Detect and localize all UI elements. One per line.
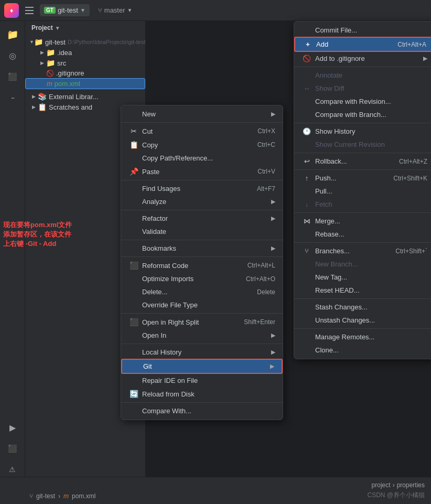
sidebar-item-run[interactable]: ▶ (3, 418, 22, 437)
menu-item-refactor[interactable]: Refactor ▶ (121, 212, 283, 225)
git-item-compare-branch[interactable]: Compare with Branch... (294, 108, 431, 121)
git-item-rollback[interactable]: ↩ Rollback... Ctrl+Alt+Z (294, 155, 431, 168)
git-submenu: Commit File... + Add Ctrl+Alt+A 🚫 Add to… (294, 21, 431, 359)
git-item-merge[interactable]: ⋈ Merge... (294, 215, 431, 228)
breadcrumb-project: project (372, 481, 391, 489)
tree-item-src[interactable]: ▶ 📁 src (25, 58, 145, 68)
menu-item-repair-ide[interactable]: Repair IDE on File (121, 374, 283, 387)
git-item-label: Reset HEAD... (315, 286, 427, 294)
bottom-maven-icon: m (63, 492, 69, 500)
sidebar-item-structure[interactable]: ⬛ (3, 67, 22, 86)
menu-item-git[interactable]: Git ▶ (121, 359, 283, 374)
menu-item-optimize[interactable]: Optimize Imports Ctrl+Alt+O (121, 272, 283, 285)
git-item-reset-head[interactable]: Reset HEAD... (294, 284, 431, 297)
expand-arrow-icon: ▶ (38, 48, 46, 57)
menu-item-open-in[interactable]: Open In ▶ (121, 329, 283, 342)
git-item-show-history[interactable]: 🕐 Show History (294, 125, 431, 138)
menu-item-compare-with[interactable]: Compare With... (121, 404, 283, 417)
menu-item-open-right-split[interactable]: ⬛ Open in Right Split Shift+Enter (121, 315, 283, 329)
menu-item-validate[interactable]: Validate (121, 225, 283, 238)
hamburger-menu-button[interactable] (23, 4, 36, 17)
menu-item-analyze[interactable]: Analyze ▶ (121, 195, 283, 208)
git-item-add[interactable]: + Add Ctrl+Alt+A (294, 37, 431, 52)
git-item-label: Commit File... (315, 26, 427, 34)
menu-item-label: Cut (142, 127, 251, 135)
menu-item-delete[interactable]: Delete... Delete (121, 285, 283, 298)
sidebar-item-project[interactable]: 📁 (3, 25, 22, 44)
shortcut-label: Ctrl+X (257, 127, 275, 135)
git-item-stash[interactable]: Stash Changes... (294, 301, 431, 314)
git-item-label: Merge... (315, 217, 427, 225)
menu-item-new[interactable]: New ▶ (121, 108, 283, 121)
menu-item-local-history[interactable]: Local History ▶ (121, 346, 283, 359)
git-item-compare-revision[interactable]: Compare with Revision... (294, 95, 431, 108)
git-item-pull[interactable]: Pull... (294, 185, 431, 198)
git-item-new-tag[interactable]: New Tag... (294, 271, 431, 284)
tree-item-pom-xml[interactable]: m pom.xml (25, 78, 145, 89)
menu-item-reload-disk[interactable]: 🔄 Reload from Disk (121, 387, 283, 401)
shortcut-label: Ctrl+Shift+K (393, 175, 427, 182)
project-selector[interactable]: GT git-test ▼ (40, 4, 90, 16)
git-item-branches[interactable]: ⑂ Branches... Ctrl+Shift+` (294, 244, 431, 258)
git-item-label: Pull... (315, 187, 427, 195)
menu-item-cut[interactable]: ✂ Cut Ctrl+X (121, 124, 283, 138)
git-item-new-branch: New Branch... (294, 258, 431, 271)
tree-item-git-test-root[interactable]: ▼ 📁 git-test D:\Python\IdeaProjects\git-… (25, 37, 145, 47)
menu-item-copy[interactable]: 📋 Copy Ctrl+C (121, 138, 283, 152)
menu-item-paste[interactable]: 📌 Paste Ctrl+V (121, 165, 283, 178)
menu-item-reformat[interactable]: ⬛ Reformat Code Ctrl+Alt+L (121, 259, 283, 272)
menu-separator (121, 344, 283, 344)
git-item-manage-remotes[interactable]: Manage Remotes... (294, 330, 431, 344)
branches-icon: ⑂ (301, 247, 312, 255)
submenu-arrow-icon: ▶ (271, 111, 275, 117)
menu-item-label: New (142, 110, 268, 118)
path-label: D:\Python\IdeaProjects\git-test\git-test (68, 39, 145, 45)
menu-item-copy-path[interactable]: Copy Path/Reference... (121, 152, 283, 165)
bottom-right-breadcrumb: project › properties (372, 481, 425, 489)
submenu-arrow-icon: ▶ (271, 349, 275, 356)
git-item-label: Rebase... (315, 230, 427, 238)
menu-separator (121, 313, 283, 314)
bottom-file-label: pom.xml (72, 492, 95, 500)
sidebar-item-git[interactable]: ◎ (3, 46, 22, 65)
menu-item-bookmarks[interactable]: Bookmarks ▶ (121, 242, 283, 255)
sidebar-item-terminal[interactable]: ⬛ (3, 439, 22, 458)
git-separator (294, 328, 431, 329)
git-circle-icon: ◎ (9, 51, 16, 61)
git-item-rebase[interactable]: Rebase... (294, 228, 431, 241)
fetch-icon: ↓ (301, 200, 312, 208)
git-item-fetch: ↓ Fetch (294, 198, 431, 211)
git-item-label: Rollback... (315, 157, 399, 165)
menu-item-label: Reload from Disk (142, 390, 275, 398)
git-item-commit-file[interactable]: Commit File... (294, 24, 431, 37)
menu-item-label: Open in Right Split (142, 318, 238, 326)
git-item-add-to-gitignore[interactable]: 🚫 Add to .gitignore ▶ (294, 52, 431, 65)
submenu-arrow-icon: ▶ (271, 245, 275, 252)
sidebar-item-more[interactable]: ··· (3, 88, 22, 107)
context-menu: New ▶ ✂ Cut Ctrl+X 📋 Copy Ctrl+C Copy Pa… (121, 105, 283, 420)
merge-icon: ⋈ (301, 217, 312, 225)
git-item-push[interactable]: ↑ Push... Ctrl+Shift+K (294, 171, 431, 185)
tree-item-external-libraries[interactable]: ▶ 📚 External Librar... (25, 91, 145, 102)
tree-item-gitignore[interactable]: 🚫 .gitignore (25, 68, 145, 78)
tree-label: pom.xml (55, 80, 80, 88)
menu-item-override-file-type[interactable]: Override File Type (121, 298, 283, 312)
git-item-label: Add to .gitignore (315, 55, 369, 62)
tree-label: src (57, 59, 66, 67)
menu-item-find-usages[interactable]: Find Usages Alt+F7 (121, 182, 283, 195)
sidebar-item-problems[interactable]: ⚠ (3, 460, 22, 479)
breadcrumb-properties: properties (397, 481, 425, 489)
folder-icon: 📁 (7, 29, 18, 40)
git-item-label: Add (316, 40, 397, 48)
expand-arrow-icon: ▶ (29, 92, 38, 101)
git-item-unstash[interactable]: Unstash Changes... (294, 314, 431, 327)
submenu-arrow-icon: ▶ (271, 332, 275, 339)
menu-item-label: Reformat Code (142, 262, 241, 270)
tree-item-idea[interactable]: ▶ 📁 .idea (25, 47, 145, 58)
git-separator (294, 67, 431, 67)
branch-selector[interactable]: ⑂ master ▼ (94, 4, 137, 16)
git-item-label: New Branch... (315, 260, 427, 268)
cut-icon: ✂ (128, 127, 139, 135)
menu-item-label: Bookmarks (142, 244, 268, 252)
git-item-clone[interactable]: Clone... (294, 344, 431, 357)
